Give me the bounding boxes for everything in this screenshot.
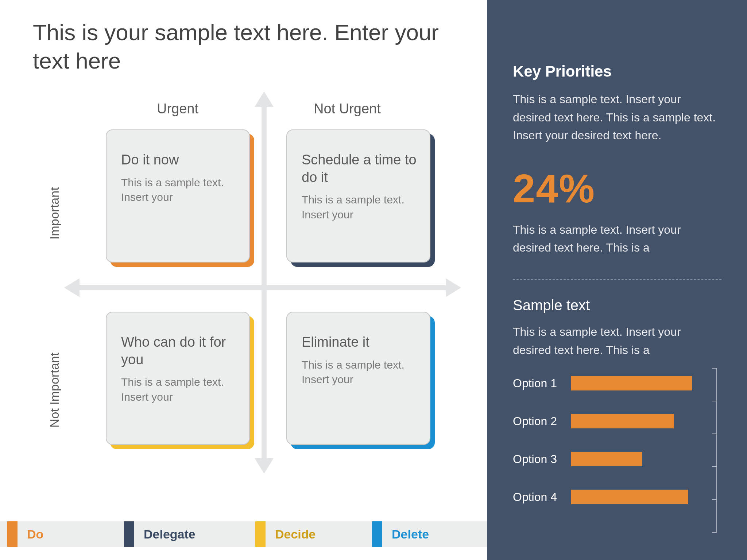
chart-row-label: Option 1	[513, 377, 571, 390]
chart-row-label: Option 3	[513, 452, 571, 466]
legend-item-decide: Decide	[255, 521, 372, 547]
quadrant-title: Do it now	[121, 151, 236, 169]
chart-axis	[716, 368, 717, 533]
bar-chart: Option 1Option 2Option 3Option 4	[513, 374, 717, 527]
column-header-urgent: Urgent	[157, 101, 198, 117]
chart-row-label: Option 2	[513, 415, 571, 428]
stat-body: This is a sample text. Insert your desir…	[513, 221, 721, 257]
quadrant-decide: Schedule a time to do it This is a sampl…	[286, 129, 430, 262]
legend-label: Delete	[392, 527, 429, 541]
chart-bar	[571, 414, 674, 428]
quadrant-body: This is a sample text. Insert your	[302, 192, 417, 222]
quadrant-title: Eliminate it	[302, 334, 417, 351]
quadrant-do: Do it now This is a sample text. Insert …	[106, 129, 250, 262]
column-header-not-urgent: Not Urgent	[314, 101, 381, 117]
chart-row-label: Option 4	[513, 490, 571, 504]
chart-row: Option 1	[513, 374, 717, 393]
sidebar-panel: Key Priorities This is a sample text. In…	[487, 0, 747, 560]
sample-text-heading: Sample text	[513, 297, 721, 314]
quadrant-body: This is a sample text. Insert your	[121, 375, 236, 404]
page-title: This is your sample text here. Enter you…	[33, 18, 452, 75]
swatch-icon	[372, 521, 382, 547]
chart-bar	[571, 490, 688, 504]
horizontal-axis-arrow	[66, 283, 460, 293]
eisenhower-matrix: Urgent Not Urgent Important Not Importan…	[33, 89, 463, 483]
swatch-icon	[7, 521, 18, 547]
legend-item-delete: Delete	[372, 521, 481, 547]
stat-value: 24%	[513, 165, 721, 211]
key-priorities-heading: Key Priorities	[513, 63, 721, 80]
sample-text-body: This is a sample text. Insert your desir…	[513, 323, 721, 359]
legend-label: Decide	[275, 527, 316, 541]
quadrant-title: Schedule a time to do it	[302, 151, 417, 186]
key-priorities-body: This is a sample text. Insert your desir…	[513, 90, 721, 145]
row-header-important: Important	[47, 166, 62, 261]
chart-bar	[571, 376, 692, 390]
swatch-icon	[124, 521, 134, 547]
quadrant-delegate: Who can do it for you This is a sample t…	[106, 312, 250, 445]
divider	[513, 279, 721, 280]
legend-label: Do	[27, 527, 43, 541]
chart-row: Option 4	[513, 487, 717, 506]
chart-bar	[571, 452, 642, 466]
chart-row: Option 2	[513, 412, 717, 431]
row-header-not-important: Not Important	[47, 328, 62, 452]
legend-item-delegate: Delegate	[124, 521, 255, 547]
legend-bar: Do Delegate Decide Delete	[0, 521, 487, 547]
quadrant-delete: Eliminate it This is a sample text. Inse…	[286, 312, 430, 445]
quadrant-title: Who can do it for you	[121, 334, 236, 368]
chart-row: Option 3	[513, 450, 717, 468]
quadrant-body: This is a sample text. Insert your	[121, 175, 236, 205]
quadrant-body: This is a sample text. Insert your	[302, 358, 417, 387]
legend-item-do: Do	[7, 521, 124, 547]
swatch-icon	[255, 521, 266, 547]
legend-label: Delegate	[144, 527, 196, 541]
